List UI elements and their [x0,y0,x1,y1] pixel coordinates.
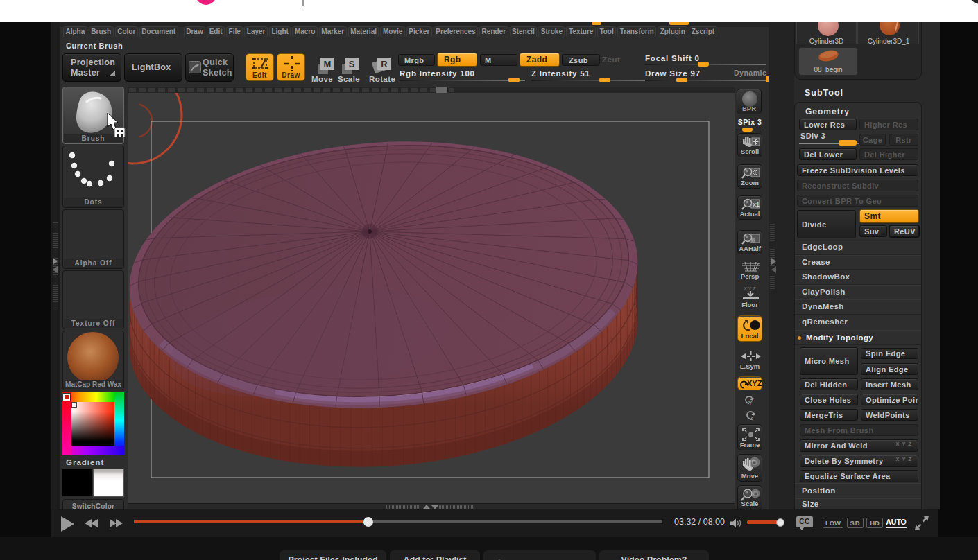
svg-text:x1: x1 [753,201,760,208]
svg-text:Z: Z [750,415,753,421]
svg-text:Y: Y [748,400,753,406]
